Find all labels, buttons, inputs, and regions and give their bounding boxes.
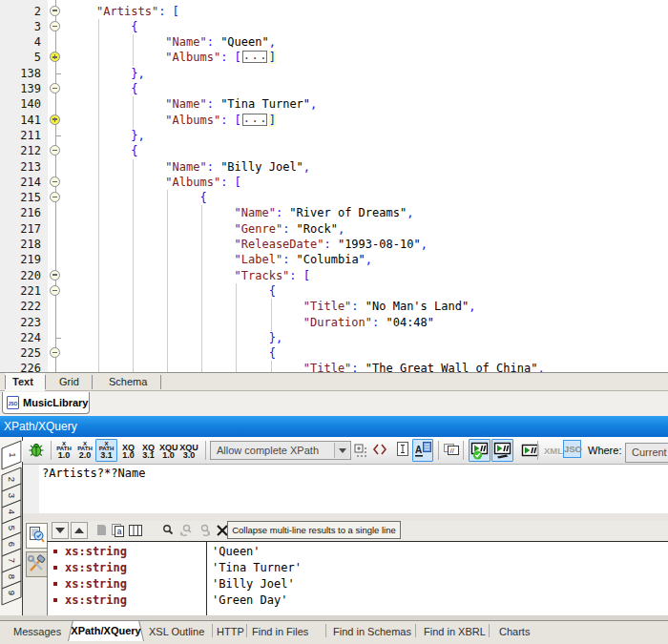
- evaluate-on-typing-button[interactable]: [469, 439, 491, 462]
- fold-collapse-icon[interactable]: [50, 83, 60, 93]
- editor-line-217[interactable]: 217"Genre": "Rock",: [0, 221, 668, 237]
- mark-result-up-icon[interactable]: [177, 522, 195, 539]
- editor-line-139[interactable]: 139{: [0, 81, 668, 96]
- editor-line-2[interactable]: 2"Artists": [: [0, 4, 668, 19]
- xpath-expression-editor[interactable]: ?Artists?*?Name: [23, 465, 668, 513]
- text-cursor-box-icon[interactable]: [395, 441, 412, 458]
- path-20-button[interactable]: XPATH2.0: [74, 439, 95, 462]
- editor-line-214[interactable]: 214"Albums": [: [0, 175, 668, 190]
- fold-collapse-icon[interactable]: [50, 285, 60, 296]
- expression-margin: [23, 465, 39, 513]
- collapse-multiline-button[interactable]: Collapse multi-line results to a single …: [227, 521, 401, 539]
- editor-line-5[interactable]: 5"Albums": [...]: [0, 50, 668, 65]
- indent-guide: [201, 205, 202, 221]
- editor-line-220[interactable]: 220"Tracks": [: [0, 268, 668, 283]
- tab-charts[interactable]: Charts: [499, 626, 530, 637]
- fold-collapse-icon[interactable]: [50, 6, 60, 16]
- path-10-button[interactable]: XPATH1.0: [53, 439, 74, 462]
- mark-result-down-icon[interactable]: [196, 522, 213, 539]
- result-type: xs:string: [65, 576, 127, 592]
- document-tab-musiclibrary[interactable]: JSO MusicLibrary: [2, 392, 90, 414]
- fold-collapse-icon[interactable]: [50, 177, 60, 187]
- xqu-10-button[interactable]: XQU1.0: [158, 439, 178, 462]
- json-mode-button[interactable]: JSO: [563, 440, 581, 458]
- editor-line-4[interactable]: 4"Name": "Queen",: [0, 34, 668, 50]
- path-31-button[interactable]: XPATH3.1: [95, 439, 117, 462]
- fold-collapse-icon[interactable]: [50, 192, 60, 202]
- editor-line-215[interactable]: 215{: [0, 190, 668, 205]
- result-value: 'Billy Joel': [212, 576, 295, 592]
- view-tab-grid[interactable]: Grid: [59, 376, 79, 387]
- result-row[interactable]: xs:string'Green Day': [48, 592, 668, 609]
- xpath-panel-titlebar[interactable]: XPath/XQuery: [0, 416, 668, 437]
- view-tab-schema[interactable]: Schema: [109, 376, 147, 387]
- editor-line-212[interactable]: 212{: [0, 143, 668, 158]
- previous-result-button[interactable]: [71, 522, 88, 539]
- toolbar-separator: [438, 441, 439, 460]
- window-options-icon[interactable]: [354, 443, 367, 460]
- fold-collapse-icon[interactable]: [50, 21, 60, 31]
- xpath-mode-select[interactable]: Allow complete XPath: [210, 441, 351, 460]
- format-results-button[interactable]: A: [412, 439, 433, 462]
- editor-line-140[interactable]: 140"Name": "Tina Turner",: [0, 96, 668, 112]
- goto-result-icon[interactable]: [159, 522, 177, 539]
- indent-guide: [201, 237, 202, 253]
- json-text-editor[interactable]: 2"Artists": [3{4"Name": "Queen",5"Albums…: [0, 0, 668, 372]
- editor-line-218[interactable]: 218"ReleaseDate": "1993-08-10",: [0, 237, 668, 252]
- fold-collapse-icon[interactable]: [50, 145, 60, 156]
- result-row[interactable]: xs:string'Billy Joel': [48, 576, 668, 592]
- tab-xpath-xquery[interactable]: XPath/XQuery: [68, 620, 144, 641]
- evaluate-edit-button[interactable]: [491, 439, 513, 462]
- editor-line-211[interactable]: 211},: [0, 128, 668, 143]
- editor-line-225[interactable]: 225{: [0, 345, 668, 361]
- expression-tab-number: 2: [7, 477, 17, 482]
- editor-line-216[interactable]: 216"Name": "River of Dreams",: [0, 205, 668, 220]
- xpath-expression[interactable]: ?Artists?*?Name: [42, 467, 145, 480]
- fold-collapse-icon[interactable]: [50, 347, 60, 358]
- results-view-button[interactable]: [26, 523, 48, 549]
- editor-line-221[interactable]: 221{: [0, 283, 668, 299]
- line-number: 223: [0, 315, 41, 330]
- collapsed-fold-box[interactable]: ...: [242, 51, 267, 63]
- tab-find-in-xbrl[interactable]: Find in XBRL: [424, 626, 486, 637]
- editor-line-3[interactable]: 3{: [0, 19, 668, 34]
- editor-line-219[interactable]: 219"Label": "Columbia",: [0, 252, 668, 267]
- editor-line-141[interactable]: 141"Albums": [...]: [0, 113, 668, 128]
- results-list[interactable]: xs:string'Queen'xs:string'Tina Turner'xs…: [47, 541, 668, 615]
- tab-find-in-schemas[interactable]: Find in Schemas: [333, 626, 411, 637]
- editor-line-213[interactable]: 213"Name": "Billy Joel",: [0, 159, 668, 175]
- view-tab-text[interactable]: Text: [12, 376, 33, 387]
- xml-mode-button[interactable]: XML: [544, 446, 563, 456]
- result-row[interactable]: xs:string'Queen': [48, 544, 668, 560]
- editor-line-224[interactable]: 224},: [0, 330, 668, 345]
- editor-line-138[interactable]: 138},: [0, 66, 668, 81]
- tab-messages[interactable]: Messages: [13, 626, 61, 637]
- tab-xsl-outline[interactable]: XSL Outline: [149, 626, 204, 637]
- tab-find-in-files[interactable]: Find in Files: [252, 626, 308, 637]
- comment-frames-icon[interactable]: //: [443, 441, 460, 458]
- next-result-button[interactable]: [52, 522, 69, 539]
- columns-icon[interactable]: [127, 522, 144, 539]
- editor-line-222[interactable]: 222"Title": "No Man's Land",: [0, 299, 668, 314]
- tab-http[interactable]: HTTP: [217, 626, 244, 637]
- xml-tags-icon[interactable]: [372, 443, 387, 456]
- debugger-bug-icon[interactable]: [27, 441, 46, 460]
- editor-line-223[interactable]: 223"Duration": "04:48": [0, 315, 668, 330]
- result-bullet-icon: [53, 566, 57, 570]
- copy-all-icon[interactable]: a: [109, 522, 126, 539]
- xqu-30-button[interactable]: XQU3.0: [178, 439, 199, 462]
- line-number: 218: [0, 237, 41, 252]
- dropdown-arrow-icon[interactable]: [334, 443, 349, 458]
- xq-31-button[interactable]: XQ3.1: [138, 439, 158, 462]
- editor-line-226[interactable]: 226"Title": "The Great Wall of China",: [0, 361, 668, 372]
- fold-expand-icon[interactable]: [50, 52, 60, 62]
- copy-result-icon[interactable]: [93, 522, 110, 539]
- fold-collapse-icon[interactable]: [50, 270, 60, 280]
- xq-10-button[interactable]: XQ1.0: [118, 439, 138, 462]
- scope-select[interactable]: Current file: [625, 443, 668, 463]
- result-row[interactable]: xs:string'Tina Turner': [48, 560, 668, 576]
- expression-tab-number: 6: [7, 542, 17, 547]
- collapsed-fold-box[interactable]: ...: [242, 114, 267, 126]
- fold-expand-icon[interactable]: [50, 114, 60, 125]
- expression-builder-button[interactable]: [26, 551, 48, 577]
